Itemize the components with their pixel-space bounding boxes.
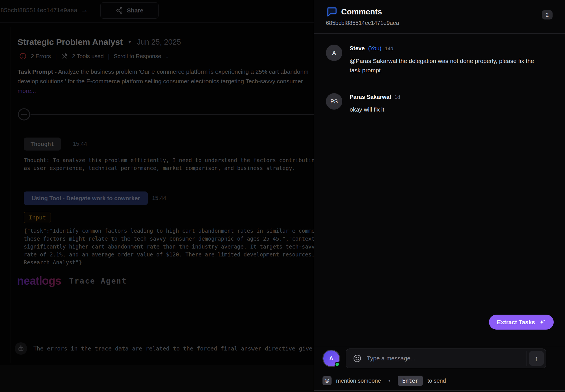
- panel-bottom-divider: [314, 390, 565, 391]
- composer-separator: [527, 351, 527, 366]
- comments-count-badge: 2: [542, 10, 553, 19]
- composer-avatar: A: [322, 350, 340, 367]
- comments-header-divider: [314, 33, 565, 34]
- trace-view: 85bcbf885514ec1471e9aea → Share Strategi…: [0, 0, 314, 392]
- avatar: A: [326, 45, 342, 61]
- extract-tasks-label: Extract Tasks: [497, 319, 535, 326]
- dim-overlay[interactable]: [0, 0, 314, 392]
- hint-separator-dot: •: [388, 378, 390, 384]
- composer-hints: @ mention someone • Enter to send: [322, 376, 446, 386]
- comments-panel: Comments 2 685bcbf885514ec1471e9aea A St…: [314, 0, 565, 392]
- comment-text: okay will fix it: [350, 105, 400, 114]
- send-button[interactable]: ↑: [529, 351, 544, 366]
- message-input[interactable]: [367, 355, 521, 362]
- composer-divider: [314, 347, 565, 347]
- arrow-up-icon: ↑: [535, 354, 538, 363]
- mention-hint: mention someone: [336, 378, 381, 384]
- comment-item: PS Paras Sakarwal 1d okay will fix it: [326, 93, 400, 114]
- comment-author: Steve: [350, 45, 365, 52]
- send-hint: to send: [427, 378, 446, 384]
- at-key-badge: @: [322, 376, 332, 385]
- emoji-button[interactable]: [353, 354, 362, 363]
- avatar: PS: [326, 93, 342, 110]
- comments-icon: [326, 6, 337, 18]
- app-window: 85bcbf885514ec1471e9aea → Share Strategi…: [0, 0, 565, 392]
- comments-trace-id: 685bcbf885514ec1471e9aea: [326, 20, 399, 26]
- comments-title: Comments: [341, 7, 382, 16]
- extract-tasks-button[interactable]: Extract Tasks: [489, 315, 554, 330]
- comment-item: A Steve (You) 14d @Paras Sakarwal the de…: [326, 45, 545, 75]
- message-composer: ↑: [346, 349, 546, 368]
- comment-timestamp: 14d: [385, 46, 393, 52]
- online-status-dot: [335, 362, 340, 367]
- enter-key-badge: Enter: [398, 376, 423, 386]
- comment-author: Paras Sakarwal: [350, 94, 391, 100]
- comment-text: @Paras Sakarwal the delegation was not d…: [350, 56, 545, 75]
- sparkles-icon: [539, 319, 546, 326]
- comment-you-label: (You): [368, 45, 381, 52]
- comment-timestamp: 1d: [395, 94, 400, 100]
